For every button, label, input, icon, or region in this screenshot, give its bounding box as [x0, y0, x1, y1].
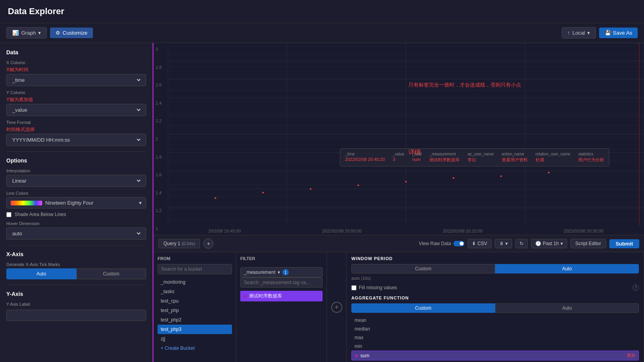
measurement-search-input[interactable] [240, 277, 323, 288]
options-section-title: Options [6, 157, 146, 164]
list-item[interactable]: test_cpu [158, 296, 232, 306]
query1-time: (0.04s) [182, 241, 195, 246]
graph-label: Graph [21, 30, 36, 36]
from-panel: FROM _monitoring _tasks test_cpu test_ph… [154, 252, 236, 362]
interpolation-select[interactable]: Linear [6, 175, 146, 187]
view-raw-toggle[interactable] [453, 241, 464, 246]
list-item[interactable]: test_php2 [158, 315, 232, 325]
func-max[interactable]: max [351, 333, 639, 342]
x-tick-label: Generate X-Axis Tick Marks [6, 262, 146, 267]
filter-measurement-dropdown[interactable]: _measurement ▾ 1 [240, 267, 323, 277]
pause-chevron-icon: ▾ [505, 241, 508, 246]
time-format-dropdown[interactable]: YYYY/MM/DD HH:mm:ss [11, 137, 142, 143]
color-picker[interactable]: Nineteen Eighty Four ▾ [6, 197, 146, 209]
tooltip-row: _time 2022/02/08 20:40:20 _value 3 _fiel… [345, 152, 604, 163]
saveas-button[interactable]: 💾 Save As [599, 28, 638, 38]
submit-button[interactable]: Submit [609, 239, 639, 248]
script-editor-button[interactable]: Script Editor [570, 239, 606, 248]
download-icon: ⬇ [472, 241, 476, 246]
measurement-label: _measurement [244, 270, 275, 275]
chart-annotation1: 只有标签完全一致时，才会连成线，否则只有小点 [408, 81, 521, 89]
interpolation-dropdown[interactable]: Linear [11, 177, 142, 184]
y-column-select[interactable]: _value [6, 104, 146, 116]
chart-y-labels: 3 2.8 2.6 2.4 2.2 2 1.8 1.6 1.4 1.2 1 [154, 43, 168, 235]
y-column-label: Y Column [6, 90, 146, 95]
auto-value: auto (10s) [351, 276, 639, 281]
bucket-search-input[interactable] [158, 264, 232, 274]
svg-point-18 [262, 192, 264, 193]
time-format-annotation: 时间格式选择 [6, 126, 146, 133]
local-label: Local [572, 30, 585, 36]
shade-area-checkbox[interactable] [6, 212, 11, 217]
agg-auto-button[interactable]: Auto [495, 303, 639, 313]
list-item[interactable]: test_php3 [158, 325, 232, 334]
agg-custom-button[interactable]: Custom [351, 303, 495, 313]
window-auto-button[interactable]: Auto [495, 264, 639, 273]
svg-point-21 [405, 181, 407, 183]
local-button[interactable]: ↑ Local ▾ [562, 27, 596, 39]
time-range-selector[interactable]: 🕐 Past 1h ▾ [531, 239, 567, 248]
data-section-title: Data [6, 49, 146, 55]
fill-missing-row: Fill missing values ? [351, 284, 639, 291]
func-min[interactable]: min [351, 342, 639, 351]
window-period-title: WINDOW PERIOD [351, 256, 639, 261]
add-column-button[interactable]: + [327, 252, 347, 362]
filter-value-label: 测试时序数据库 [249, 293, 282, 299]
left-panel: Data X Column X轴为时间 _time Y Column Y轴为累加… [0, 43, 154, 362]
filter-panel-title: Filter [240, 256, 255, 261]
hover-dim-select[interactable]: auto [6, 227, 146, 240]
bucket-list: _monitoring _tasks test_cpu test_php tes… [158, 277, 232, 344]
y-axis-label-input[interactable] [6, 310, 146, 321]
list-item[interactable]: _tasks [158, 287, 232, 296]
from-panel-title: FROM [158, 256, 232, 261]
create-bucket-button[interactable]: + Create Bucket [158, 344, 232, 353]
func-derivative[interactable]: derivative [351, 360, 639, 362]
func-median[interactable]: median [351, 325, 639, 333]
upload-icon: ↑ [568, 30, 570, 36]
fill-missing-checkbox[interactable] [351, 285, 356, 290]
x-column-select[interactable]: _time [6, 74, 146, 86]
x-tick-custom-button[interactable]: Custom [76, 268, 147, 279]
saveas-label: Save As [613, 30, 632, 36]
add-query-button[interactable]: + [203, 238, 213, 249]
main-layout: Data X Column X轴为时间 _time Y Column Y轴为累加… [0, 43, 644, 362]
svg-point-23 [500, 175, 502, 177]
hover-dim-dropdown[interactable]: auto [11, 230, 142, 237]
view-raw-data: View Raw Data [419, 241, 464, 246]
list-item[interactable]: test_php [158, 306, 232, 315]
refresh-button[interactable]: ↻ [515, 239, 528, 248]
interpolation-label: Interpolation [6, 168, 146, 173]
view-raw-label: View Raw Data [419, 241, 451, 246]
window-panel: WINDOW PERIOD Custom Auto auto (10s) Fil… [347, 252, 644, 362]
graph-button[interactable]: 📊 Graph ▾ [6, 27, 47, 39]
time-range-chevron-icon: ▾ [560, 241, 563, 246]
csv-button[interactable]: ⬇ CSV [468, 239, 492, 248]
x-tick-auto-button[interactable]: Auto [6, 268, 76, 279]
func-sum[interactable]: sum 累加 [351, 351, 639, 360]
filter-panel: Filter _measurement ▾ 1 测试时序数据库 [236, 252, 327, 362]
submit-label: Submit [616, 241, 633, 247]
svg-point-17 [215, 197, 216, 199]
list-item[interactable]: zjj [158, 334, 232, 344]
local-chevron-icon: ▾ [587, 30, 590, 36]
customize-button[interactable]: ⚙ Customize [50, 28, 93, 38]
toolbar: 📊 Graph ▾ ⚙ Customize ↑ Local ▾ 💾 Save A… [0, 23, 644, 43]
svg-point-24 [548, 172, 549, 173]
query1-label: Query 1 [163, 241, 180, 246]
refresh-icon: ↻ [520, 241, 523, 246]
filter-value-item[interactable]: 测试时序数据库 [240, 291, 323, 301]
pause-button[interactable]: ⏸ ▾ [495, 239, 512, 248]
func-mean[interactable]: mean [351, 316, 639, 325]
svg-point-20 [358, 185, 359, 186]
chart-x-labels: 2/02/08 19:45:00 2022/02/08 20:00:00 202… [168, 229, 644, 235]
filter-header: Filter [240, 256, 323, 264]
y-column-dropdown[interactable]: _value [11, 107, 142, 113]
help-icon[interactable]: ? [633, 284, 639, 291]
window-custom-button[interactable]: Custom [351, 264, 495, 273]
query1-tab[interactable]: Query 1 (0.04s) [158, 239, 200, 248]
clock-icon: 🕐 [535, 241, 541, 246]
customize-label: Customize [63, 30, 87, 36]
list-item[interactable]: _monitoring [158, 277, 232, 287]
time-format-select[interactable]: YYYY/MM/DD HH:mm:ss [6, 134, 146, 146]
x-column-dropdown[interactable]: _time [11, 77, 142, 83]
